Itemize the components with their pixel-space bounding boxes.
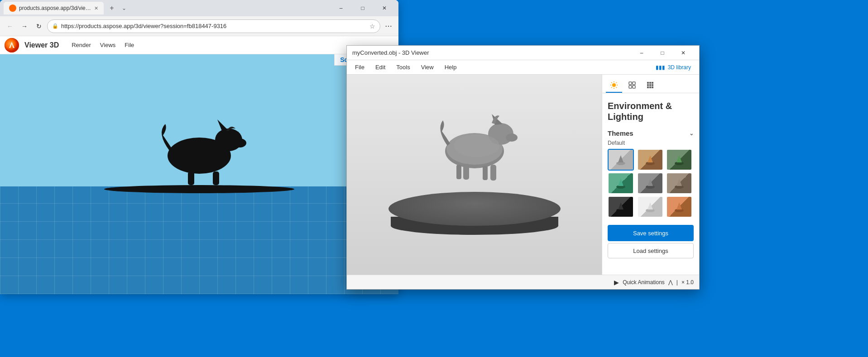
theme-swatch-6[interactable] [666, 172, 692, 194]
dog-scene-left [104, 106, 294, 193]
svg-rect-37 [649, 86, 651, 88]
swatch-preview-3 [672, 152, 686, 167]
svg-marker-44 [676, 155, 682, 162]
tab-scene[interactable] [624, 78, 640, 93]
theme-swatch-2[interactable] [637, 149, 663, 171]
menu-view[interactable]: View [417, 62, 438, 72]
app-close-btn[interactable]: ✕ [673, 46, 694, 60]
theme-swatch-4[interactable] [608, 172, 634, 194]
svg-rect-33 [647, 84, 649, 86]
swatch-preview-8 [643, 200, 657, 214]
theme-swatch-3[interactable] [666, 149, 692, 171]
scale-value: × 1.0 [681, 279, 694, 286]
theme-swatch-5[interactable] [637, 172, 663, 194]
forward-button[interactable]: → [18, 20, 31, 33]
browser-favicon [9, 5, 16, 12]
svg-line-22 [611, 82, 612, 83]
svg-point-3 [234, 138, 246, 148]
svg-point-10 [506, 133, 518, 142]
dog-silhouette-svg [143, 106, 256, 187]
app-menubar: Viewer 3D Render Views File [0, 36, 398, 54]
menu-help[interactable]: Help [440, 62, 461, 72]
scale-separator: | [676, 279, 678, 286]
app-menu-file[interactable]: File [121, 40, 138, 50]
svg-rect-12 [490, 165, 496, 181]
chevron-up-icon[interactable]: ⋀ [668, 279, 673, 286]
browser-minimize-btn[interactable]: – [331, 0, 351, 16]
browser-tab-title: products.aspose.app/3d/viewe... [19, 5, 91, 11]
svg-point-0 [5, 38, 19, 52]
svg-marker-50 [676, 179, 682, 186]
browser-tab-close-btn[interactable]: ✕ [94, 5, 98, 11]
address-text: https://products.aspose.app/3d/viewer?se… [61, 23, 226, 29]
save-settings-button[interactable]: Save settings [608, 225, 694, 241]
menu-file[interactable]: File [350, 62, 369, 72]
browser-toolbar: ← → ↻ 🔒 https://products.aspose.app/3d/v… [0, 16, 398, 36]
theme-swatch-1[interactable] [608, 149, 634, 171]
svg-rect-38 [652, 86, 653, 88]
svg-rect-34 [649, 84, 651, 86]
refresh-button[interactable]: ↻ [33, 20, 45, 33]
svg-marker-42 [647, 155, 653, 162]
browser-titlebar: products.aspose.app/3d/viewe... ✕ + ⌄ – … [0, 0, 398, 16]
svg-rect-6 [188, 171, 194, 185]
star-icon[interactable]: ☆ [369, 23, 375, 30]
svg-line-23 [616, 87, 617, 88]
app-logo [5, 38, 19, 52]
load-settings-button[interactable]: Load settings [608, 243, 694, 258]
svg-point-16 [454, 134, 499, 157]
app-window-controls: – □ ✕ [631, 46, 694, 60]
app-minimize-btn[interactable]: – [631, 46, 652, 60]
app-menu-views[interactable]: Views [96, 40, 119, 50]
menu-edit[interactable]: Edit [371, 62, 390, 72]
svg-marker-48 [647, 179, 653, 186]
svg-rect-5 [213, 171, 219, 185]
new-tab-button[interactable]: + [106, 2, 118, 14]
svg-marker-52 [618, 202, 623, 209]
swatch-preview-2 [643, 152, 657, 167]
svg-rect-13 [483, 166, 488, 180]
app-title: Viewer 3D [24, 41, 59, 49]
themes-default-label: Default [602, 139, 699, 149]
browser-tab[interactable]: products.aspose.app/3d/viewe... ✕ [4, 2, 104, 14]
sun-icon [610, 81, 618, 89]
panel-section-title: Environment & Lighting [602, 93, 699, 126]
svg-marker-40 [618, 155, 623, 162]
grid-icon [646, 81, 654, 89]
tab-lighting[interactable] [606, 78, 622, 93]
svg-rect-31 [649, 82, 651, 84]
tab-grid[interactable] [642, 78, 658, 93]
svg-marker-46 [618, 179, 623, 186]
swatch-preview-6 [672, 176, 686, 190]
browser-menu-button[interactable]: ⋯ [382, 20, 395, 33]
back-button[interactable]: ← [4, 20, 16, 33]
themes-label-text: Themes [608, 129, 633, 137]
app-maximize-btn[interactable]: □ [652, 46, 673, 60]
browser-close-btn[interactable]: ✕ [374, 0, 395, 16]
viewport-3d[interactable] [347, 75, 602, 275]
swatch-preview-1 [614, 152, 628, 167]
dog-3d-scene [388, 92, 561, 235]
app-window-menubar: File Edit Tools View Help ▮▮▮ 3D library [347, 60, 699, 75]
themes-header[interactable]: Themes ⌄ [602, 126, 699, 139]
swatch-preview-5 [643, 176, 657, 190]
svg-rect-27 [633, 82, 635, 85]
browser-maximize-btn[interactable]: □ [352, 0, 373, 16]
svg-marker-54 [647, 202, 653, 209]
swatch-preview-9 [672, 200, 686, 214]
address-bar[interactable]: 🔒 https://products.aspose.app/3d/viewer?… [47, 19, 380, 33]
tab-overflow-button[interactable]: ⌄ [122, 5, 126, 11]
viewer-content: Left Scene hierarchy t ▽ Scene ▷ Armatur… [0, 54, 398, 294]
pedestal-left [104, 185, 294, 193]
themes-grid [602, 149, 699, 221]
theme-swatch-8[interactable] [637, 196, 663, 218]
menu-tools[interactable]: Tools [392, 62, 414, 72]
theme-swatch-7[interactable] [608, 196, 634, 218]
app-menu-render[interactable]: Render [68, 40, 95, 50]
svg-line-24 [611, 87, 612, 88]
theme-swatch-9[interactable] [666, 196, 692, 218]
swatch-preview-4 [614, 176, 628, 190]
app-window-titlebar: myConverted.obj - 3D Viewer – □ ✕ [347, 46, 699, 60]
floor-grid [0, 186, 398, 295]
library-button[interactable]: ▮▮▮ 3D library [651, 62, 695, 72]
